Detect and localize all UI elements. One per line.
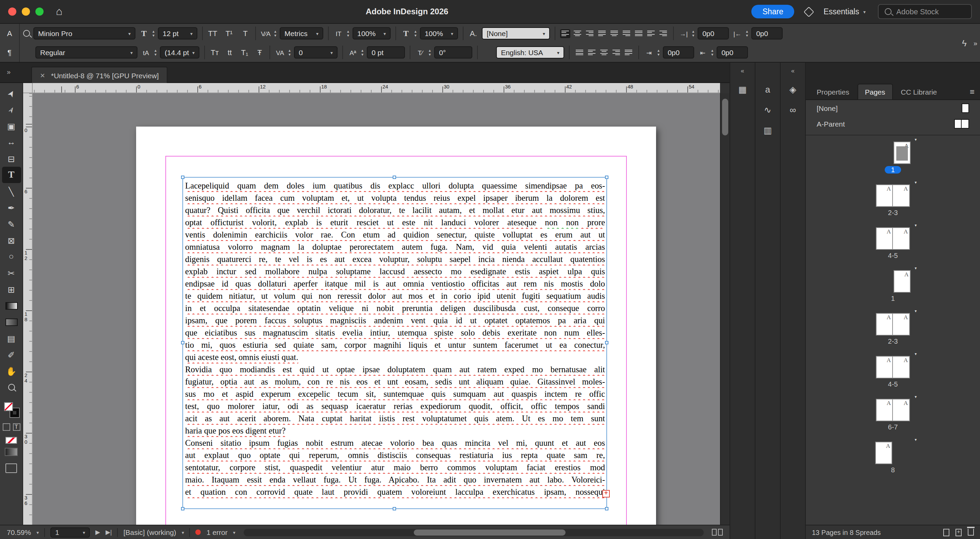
page-thumbnail[interactable]: A xyxy=(893,356,910,378)
master-a-parent-row[interactable]: A-Parent xyxy=(806,116,980,131)
spread-thumbnail[interactable]: ▾AA xyxy=(875,313,911,335)
layers-panel-icon[interactable]: ◈ xyxy=(789,84,796,95)
align-left-button[interactable] xyxy=(560,29,570,38)
horizontal-scale-combo[interactable]: 100% ▾ xyxy=(420,27,458,40)
page-thumbnail[interactable]: A xyxy=(875,442,892,464)
collapse-dock-icon[interactable]: « xyxy=(741,67,744,74)
tools-expander-icon[interactable]: » xyxy=(7,68,11,76)
rectangle-frame-tool[interactable]: ⊠ xyxy=(2,232,21,248)
hand-tool[interactable]: ✋ xyxy=(2,363,21,379)
frame-handle[interactable] xyxy=(393,176,396,179)
spread-label[interactable]: 8 xyxy=(888,466,898,474)
minimize-window-button[interactable] xyxy=(22,8,30,16)
align-right-button[interactable] xyxy=(585,29,595,38)
last-page-button[interactable]: ▶| xyxy=(105,529,112,536)
align-center-button[interactable] xyxy=(572,29,582,38)
page-thumbnail[interactable]: A xyxy=(876,227,893,250)
font-style-combo[interactable]: Regular ▾ xyxy=(35,46,137,59)
kerning-stepper[interactable]: ▴▾ xyxy=(274,30,276,37)
links-panel-icon[interactable]: ∞ xyxy=(790,105,796,115)
overset-text-outport[interactable]: + xyxy=(602,490,610,498)
tracking-stepper[interactable]: ▴▾ xyxy=(288,49,291,56)
vertical-ruler[interactable]: 061 21 82 43 03 6 xyxy=(23,93,33,525)
gpu-performance-icon[interactable]: ϟ xyxy=(962,38,967,48)
spread-label[interactable]: 2-3 xyxy=(888,337,898,345)
page-thumbnail[interactable]: A xyxy=(893,184,910,207)
ruler-origin-corner[interactable] xyxy=(23,83,33,93)
zoom-window-button[interactable] xyxy=(35,8,43,16)
effects-panel-icon[interactable]: ∿ xyxy=(764,105,772,115)
pen-tool[interactable]: ✒ xyxy=(2,199,21,216)
justify-last-center-button[interactable] xyxy=(609,29,619,38)
tab-pages[interactable]: Pages xyxy=(858,84,893,99)
all-caps-icon[interactable]: TT xyxy=(208,29,218,37)
direct-selection-tool[interactable]: ➢ xyxy=(2,102,21,118)
screen-mode-button[interactable] xyxy=(5,463,17,473)
horizontal-scale-stepper[interactable]: ▴▾ xyxy=(414,30,417,37)
frame-handle[interactable] xyxy=(181,176,185,179)
selection-tool[interactable]: ➤ xyxy=(2,85,21,102)
scissors-tool[interactable]: ✂ xyxy=(2,265,21,281)
font-family-combo[interactable]: Minion Pro ▾ xyxy=(33,27,135,40)
indent-right-button[interactable] xyxy=(611,48,621,57)
eyedropper-tool[interactable]: ✐ xyxy=(2,347,21,363)
error-chevron-icon[interactable]: ▾ xyxy=(233,530,235,534)
justify-last-left-button[interactable] xyxy=(597,29,607,38)
page-thumbnail[interactable]: A xyxy=(894,142,911,164)
collapse-dock-icon[interactable]: « xyxy=(791,67,795,74)
font-size-combo[interactable]: 12 pt ▾ xyxy=(158,27,197,40)
spread-label[interactable]: 1 xyxy=(885,166,901,173)
spread-item-2-3[interactable]: ▾AA2-3 xyxy=(806,308,980,351)
indent-last-button[interactable] xyxy=(624,48,633,57)
preflight-error-count[interactable]: 1 error xyxy=(207,528,228,536)
language-combo[interactable]: English: USA ▾ xyxy=(496,46,564,59)
preflight-chevron-icon[interactable]: ▾ xyxy=(182,530,184,534)
page-thumbnail[interactable]: A xyxy=(893,399,910,421)
delete-page-icon[interactable] xyxy=(968,529,974,536)
page-thumbnail[interactable]: A xyxy=(893,313,910,335)
font-search-icon[interactable] xyxy=(23,30,30,37)
spread-label[interactable]: 2-3 xyxy=(888,209,898,216)
adobe-stock-search[interactable]: Adobe Stock xyxy=(878,4,972,19)
spread-item-2-3[interactable]: ▾AA2-3 xyxy=(806,180,980,223)
page-tool[interactable]: ▣ xyxy=(2,118,21,134)
spread-label[interactable]: 1 xyxy=(888,295,898,302)
page-thumbnail[interactable]: A xyxy=(894,270,911,293)
spread-thumbnail[interactable]: ▾AA xyxy=(875,399,911,421)
page-thumbnail[interactable]: A xyxy=(876,184,893,207)
character-style-combo[interactable]: [None] ▾ xyxy=(482,27,550,40)
fill-stroke-swatches[interactable] xyxy=(4,402,19,417)
new-page-icon[interactable]: + xyxy=(956,528,962,536)
page-1[interactable]: Lacepeliquid quam dem doles ium quatibus… xyxy=(136,127,656,525)
zoom-level[interactable]: 70.59% xyxy=(7,528,31,536)
horizontal-ruler[interactable]: 6061218243036424854 xyxy=(33,83,720,93)
first-line-indent-stepper[interactable]: ▴▾ xyxy=(657,49,659,56)
spread-item-1[interactable]: ▾A1 xyxy=(806,266,980,308)
pages-panel-icon[interactable]: ▦ xyxy=(738,84,747,95)
skew-stepper[interactable]: ▴▾ xyxy=(429,49,431,56)
type-tool[interactable]: T xyxy=(2,167,21,183)
spread-thumbnail[interactable]: ▾AA xyxy=(875,227,911,250)
ligatures-icon[interactable]: tt xyxy=(224,48,235,56)
panel-expand-icon[interactable]: » xyxy=(974,39,977,47)
horizontal-scrollbar[interactable] xyxy=(243,528,704,536)
spread-label[interactable]: 4-5 xyxy=(888,380,898,388)
content-collector-tool[interactable]: ⊟ xyxy=(2,150,21,167)
kerning-combo[interactable]: Metrics ▾ xyxy=(280,27,323,40)
note-tool[interactable]: ▤ xyxy=(2,330,21,347)
ellipse-tool[interactable]: ○ xyxy=(2,248,21,265)
frame-handle[interactable] xyxy=(393,507,396,510)
spread-item-1[interactable]: ▾A1 xyxy=(806,137,980,180)
next-page-button[interactable]: ▶ xyxy=(95,529,100,536)
right-indent-field[interactable]: 0p0 xyxy=(751,27,783,40)
formatting-affects-text-icon[interactable]: T xyxy=(13,423,20,431)
spread-item-4-5[interactable]: ▾AA4-5 xyxy=(806,223,980,266)
spread-item-4-5[interactable]: ▾AA4-5 xyxy=(806,351,980,394)
page-thumbnail[interactable]: A xyxy=(876,356,893,378)
underline-icon[interactable]: T xyxy=(240,29,250,37)
baseline-shift-field[interactable]: 0 pt xyxy=(367,46,405,59)
spread-thumbnail[interactable]: ▾A xyxy=(875,142,911,164)
panel-menu-icon[interactable]: ≡ xyxy=(970,87,975,97)
frame-handle[interactable] xyxy=(605,341,608,344)
strikethrough-icon[interactable]: Ŧ xyxy=(255,48,265,56)
